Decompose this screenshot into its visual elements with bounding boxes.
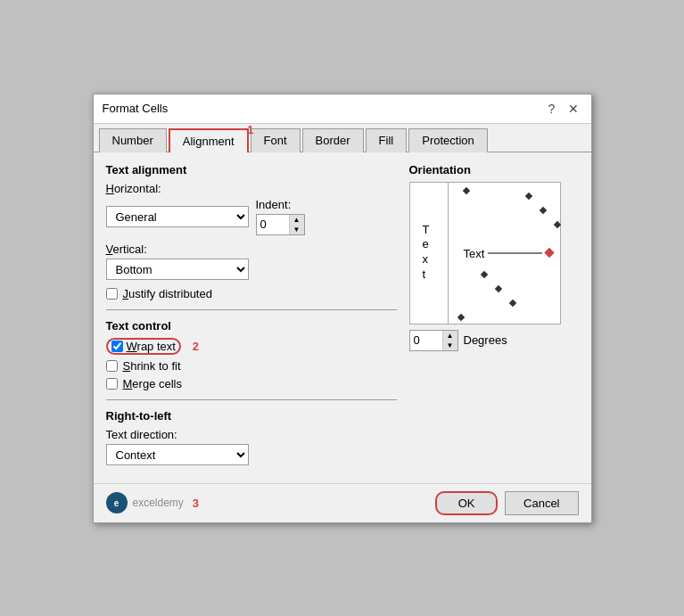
- degrees-spinner-buttons: ▲ ▼: [442, 331, 457, 350]
- wrap-text-row: Wrap text 2: [106, 338, 397, 355]
- indent-label: Indent:: [256, 198, 292, 211]
- text-direction-select[interactable]: Context Left-to-Right Right-to-Left: [106, 444, 249, 465]
- vertical-row: Top Center Bottom Justify Distributed: [106, 259, 397, 280]
- orient-dot-7: [462, 186, 469, 193]
- wrap-text-checkbox[interactable]: [111, 341, 123, 352]
- orientation-vertical-text: T e x t: [423, 223, 432, 283]
- annotation-2: 2: [193, 340, 199, 353]
- main-content: Text alignment Horizontal: General Left …: [94, 152, 591, 483]
- orient-dot-1: [524, 192, 532, 199]
- orient-text-line: [488, 252, 541, 253]
- orientation-box[interactable]: T e x t: [409, 182, 561, 324]
- degrees-down-button[interactable]: ▼: [443, 341, 457, 350]
- orient-dot-8: [457, 313, 464, 320]
- dialog-title: Format Cells: [103, 102, 169, 115]
- text-alignment-title: Text alignment: [106, 163, 397, 177]
- orient-dot-2: [539, 206, 546, 213]
- tab-alignment[interactable]: Alignment 1: [169, 128, 249, 152]
- divider-2: [106, 399, 397, 400]
- cancel-button[interactable]: Cancel: [505, 491, 578, 515]
- degrees-input[interactable]: [410, 331, 442, 350]
- orientation-title: Orientation: [409, 163, 579, 177]
- indent-up-button[interactable]: ▲: [290, 215, 304, 225]
- merge-cells-checkbox[interactable]: [106, 378, 118, 390]
- ok-button[interactable]: OK: [435, 491, 498, 515]
- close-button[interactable]: ✕: [565, 100, 582, 118]
- degrees-spinner: ▲ ▼: [409, 330, 458, 351]
- justify-distributed-checkbox[interactable]: [106, 288, 118, 300]
- indent-down-button[interactable]: ▼: [290, 225, 304, 234]
- merge-cells-label[interactable]: Merge cells: [123, 377, 182, 390]
- indent-spinner: ▲ ▼: [256, 214, 305, 235]
- text-direction-row: Context Left-to-Right Right-to-Left: [106, 444, 397, 465]
- wrap-text-label[interactable]: Wrap text: [127, 340, 176, 353]
- horizontal-select[interactable]: General Left Center Right Fill Justify C…: [106, 206, 249, 227]
- watermark-text: exceldemy: [133, 497, 184, 509]
- vertical-select[interactable]: Top Center Bottom Justify Distributed: [106, 259, 249, 280]
- tab-font[interactable]: Font: [251, 128, 301, 152]
- help-button[interactable]: ?: [543, 100, 561, 118]
- degrees-row: ▲ ▼ Degrees: [409, 330, 579, 351]
- left-panel: Text alignment Horizontal: General Left …: [106, 163, 397, 472]
- indent-spinner-buttons: ▲ ▼: [289, 215, 304, 234]
- orient-dot-4: [480, 270, 487, 277]
- title-bar: Format Cells ? ✕: [94, 94, 591, 124]
- text-direction-label: Text direction:: [106, 428, 397, 441]
- right-panel: Orientation T e x t: [409, 163, 579, 472]
- indent-input[interactable]: [257, 215, 289, 234]
- orient-dot-5: [494, 284, 501, 292]
- rtl-title: Right-to-left: [106, 409, 397, 423]
- merge-cells-row: Merge cells: [106, 377, 397, 390]
- shrink-to-fit-row: Shrink to fit: [106, 359, 397, 373]
- watermark-area: e exceldemy 3: [106, 492, 200, 513]
- justify-distributed-label[interactable]: Justify distributed: [123, 287, 212, 300]
- shrink-to-fit-label[interactable]: Shrink to fit: [123, 359, 181, 373]
- text-control-title: Text control: [106, 319, 397, 333]
- degrees-up-button[interactable]: ▲: [443, 331, 457, 341]
- tab-border[interactable]: Border: [302, 128, 364, 152]
- justify-distributed-row: Justify distributed: [106, 287, 397, 300]
- vertical-label: Vertical:: [106, 242, 397, 256]
- orient-text-row: Text: [464, 246, 553, 259]
- orient-dot-6: [508, 299, 515, 306]
- orient-diamond-icon[interactable]: [544, 248, 554, 258]
- divider-1: [106, 309, 397, 310]
- wrap-text-highlight: Wrap text 2: [106, 338, 181, 355]
- annotation-3: 3: [193, 497, 199, 510]
- annotation-1: 1: [247, 123, 253, 136]
- tab-number[interactable]: Number: [99, 128, 167, 152]
- indent-group: Indent: ▲ ▼: [256, 198, 305, 235]
- orient-separator: [448, 183, 449, 324]
- orient-dot-3: [553, 220, 560, 227]
- horizontal-label: Horizontal:: [106, 182, 397, 195]
- orient-horizontal-text: Text: [464, 246, 485, 259]
- tab-bar: Number Alignment 1 Font Border Fill Prot…: [94, 124, 591, 152]
- button-group: OK Cancel: [435, 491, 578, 515]
- orient-diagonal-area: Text: [455, 183, 560, 324]
- tab-fill[interactable]: Fill: [366, 128, 408, 152]
- tab-protection[interactable]: Protection: [408, 128, 488, 152]
- bottom-bar: e exceldemy 3 OK Cancel: [94, 483, 591, 522]
- degrees-label: Degrees: [464, 333, 507, 347]
- format-cells-dialog: Format Cells ? ✕ Number Alignment 1 Font…: [93, 94, 592, 523]
- shrink-to-fit-checkbox[interactable]: [106, 360, 118, 372]
- horizontal-row: General Left Center Right Fill Justify C…: [106, 198, 397, 235]
- watermark-logo: e: [106, 492, 128, 513]
- title-bar-buttons: ? ✕: [543, 100, 582, 118]
